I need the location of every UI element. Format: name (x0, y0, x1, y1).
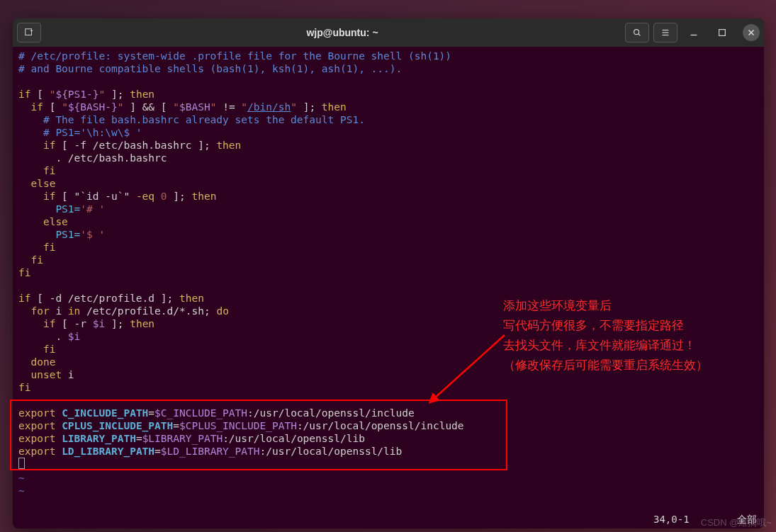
window-title: wjp@ubuntu: ~ (60, 27, 625, 38)
close-button[interactable] (743, 24, 760, 41)
svg-rect-9 (719, 30, 726, 36)
minimize-button[interactable] (682, 23, 706, 43)
terminal-content[interactable]: # /etc/profile: system-wide .profile fil… (13, 47, 764, 528)
code-line: # /etc/profile: system-wide .profile fil… (18, 50, 451, 62)
maximize-button[interactable] (710, 23, 734, 43)
search-button[interactable] (625, 23, 649, 43)
svg-point-3 (634, 30, 639, 35)
watermark: CSDN @难搞哦~ (701, 516, 772, 529)
cursor (18, 458, 25, 469)
code-line: # and Bourne compatible shells (bash(1),… (18, 63, 402, 74)
menu-button[interactable] (653, 23, 677, 43)
titlebar: wjp@ubuntu: ~ (13, 18, 764, 47)
svg-line-4 (639, 34, 641, 36)
new-tab-button[interactable] (17, 23, 41, 43)
svg-rect-0 (26, 29, 32, 35)
terminal-window: wjp@ubuntu: ~ # /etc/profile: system-wid… (13, 18, 764, 528)
